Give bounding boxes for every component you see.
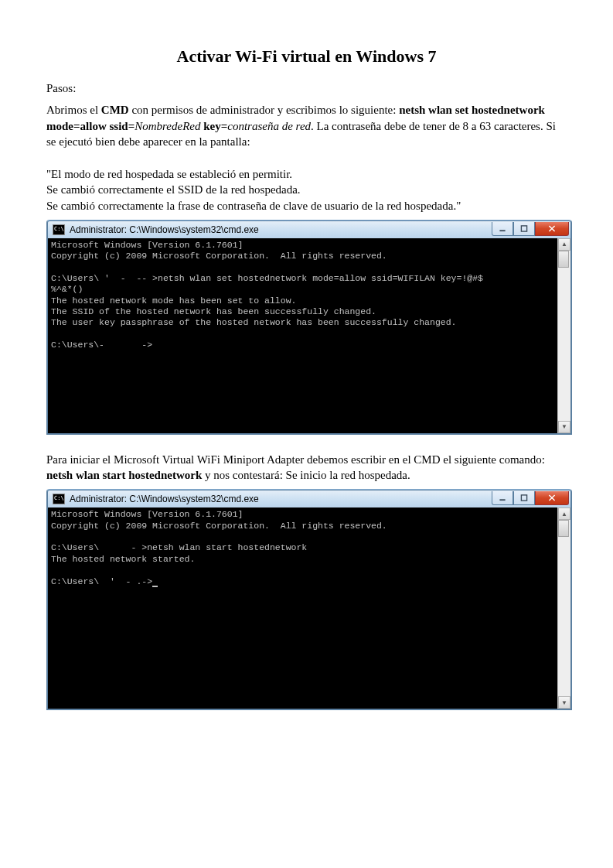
cmd-line: The hosted network started.: [51, 554, 195, 564]
maximize-icon: [520, 225, 528, 232]
cmd-window-1: Administrator: C:\Windows\system32\cmd.e…: [46, 220, 572, 435]
quote-line: "El modo de red hospedada se estableció …: [46, 166, 567, 182]
cmd-line: The hosted network mode has been set to …: [51, 296, 296, 306]
svg-rect-3: [521, 495, 526, 501]
minimize-icon: [499, 225, 506, 232]
scroll-thumb[interactable]: [558, 251, 569, 268]
cmd-line: C:\Users\ ' - -- >netsh wlan set hostedn…: [51, 273, 483, 283]
cmd-line: C:\Users\ - >netsh wlan start hostednetw…: [51, 542, 307, 552]
text-italic: contraseña de red: [227, 120, 311, 132]
scrollbar[interactable]: ▲ ▼: [557, 238, 570, 433]
scroll-thumb[interactable]: [558, 520, 569, 537]
cmd-body-wrap: Microsoft Windows [Version 6.1.7601] Cop…: [48, 238, 570, 433]
text: con permisos de administrador y escribim…: [129, 104, 400, 116]
paragraph-2: Para iniciar el Microsoft Virtual WiFi M…: [46, 452, 567, 484]
scrollbar[interactable]: ▲ ▼: [557, 507, 570, 709]
steps-label: Pasos:: [46, 80, 567, 96]
cmd-icon: [53, 494, 65, 504]
close-icon: [548, 494, 556, 501]
cmd-line: Copyright (c) 2009 Microsoft Corporation…: [51, 251, 387, 261]
document-page: Activar Wi-Fi virtual en Windows 7 Pasos…: [0, 0, 613, 868]
scroll-down-button[interactable]: ▼: [558, 696, 570, 709]
window-buttons: [492, 222, 569, 236]
svg-rect-1: [521, 226, 526, 231]
scroll-track[interactable]: [558, 251, 570, 421]
text-bold: key=: [200, 120, 227, 132]
cmd-titlebar[interactable]: Administrator: C:\Windows\system32\cmd.e…: [48, 490, 570, 507]
svg-rect-2: [499, 500, 505, 501]
cmd-line: C:\Users\- ->: [51, 340, 152, 350]
maximize-icon: [520, 494, 528, 501]
svg-rect-0: [499, 230, 505, 231]
cmd-window-2: Administrator: C:\Windows\system32\cmd.e…: [46, 489, 572, 710]
cmd-line: Microsoft Windows [Version 6.1.7601]: [51, 509, 243, 519]
window-buttons: [492, 491, 569, 505]
minimize-button[interactable]: [492, 491, 513, 505]
close-button[interactable]: [535, 222, 569, 236]
scroll-up-button[interactable]: ▲: [558, 238, 570, 251]
quote-line: Se cambió correctamente la frase de cont…: [46, 198, 567, 214]
scroll-up-button[interactable]: ▲: [558, 507, 570, 520]
text-bold: netsh wlan start hostednetwork: [46, 469, 202, 481]
close-icon: [548, 225, 556, 232]
close-button[interactable]: [535, 491, 569, 505]
cmd-line: %^&*(): [51, 284, 83, 294]
quote-line: Se cambió correctamente el SSID de la re…: [46, 182, 567, 197]
cmd-titlebar[interactable]: Administrator: C:\Windows\system32\cmd.e…: [48, 221, 570, 238]
minimize-button[interactable]: [492, 222, 513, 236]
paragraph-1: Abrimos el CMD con permisos de administr…: [46, 102, 567, 149]
cmd-output[interactable]: Microsoft Windows [Version 6.1.7601] Cop…: [48, 238, 557, 433]
scroll-track[interactable]: [558, 520, 570, 696]
text: Abrimos el: [46, 104, 101, 116]
minimize-icon: [499, 494, 506, 501]
cmd-window-title: Administrator: C:\Windows\system32\cmd.e…: [70, 494, 492, 504]
cmd-body-wrap: Microsoft Windows [Version 6.1.7601] Cop…: [48, 507, 570, 709]
cmd-line: Microsoft Windows [Version 6.1.7601]: [51, 240, 243, 250]
cmd-output[interactable]: Microsoft Windows [Version 6.1.7601] Cop…: [48, 507, 557, 709]
scroll-down-button[interactable]: ▼: [558, 421, 570, 433]
cmd-window-title: Administrator: C:\Windows\system32\cmd.e…: [70, 224, 492, 235]
cmd-line: The SSID of the hosted network has been …: [51, 306, 376, 316]
text: Para iniciar el Microsoft Virtual WiFi M…: [46, 453, 545, 466]
text-bold: CMD: [101, 104, 129, 116]
cmd-line: C:\Users\ ' - .->: [51, 576, 152, 586]
maximize-button[interactable]: [513, 222, 535, 236]
cmd-line: The user key passphrase of the hosted ne…: [51, 317, 457, 327]
cursor: [152, 586, 158, 587]
cmd-line: Copyright (c) 2009 Microsoft Corporation…: [51, 521, 387, 531]
page-title: Activar Wi-Fi virtual en Windows 7: [46, 46, 567, 67]
text-italic: NombredeRed: [135, 120, 200, 132]
cmd-icon: [53, 224, 65, 235]
maximize-button[interactable]: [513, 491, 535, 505]
text: y nos contestará: Se inicio la red hospe…: [202, 469, 410, 481]
